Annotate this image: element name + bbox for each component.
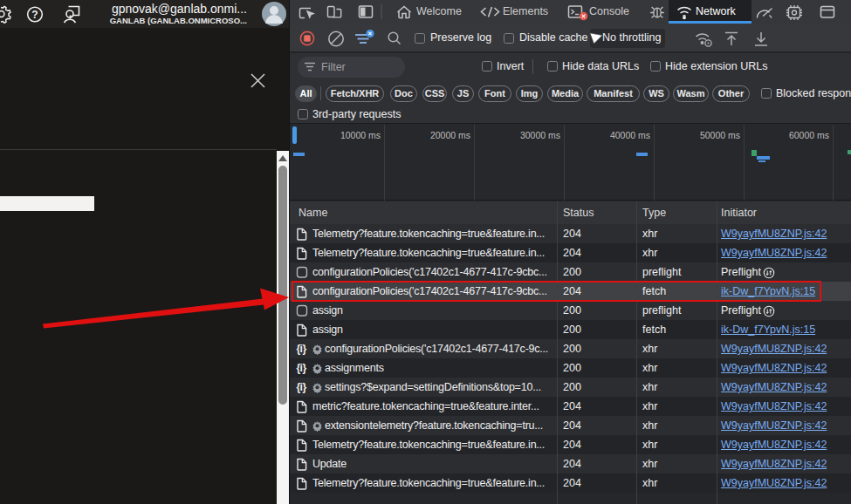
svg-text:?: ?: [31, 9, 38, 21]
